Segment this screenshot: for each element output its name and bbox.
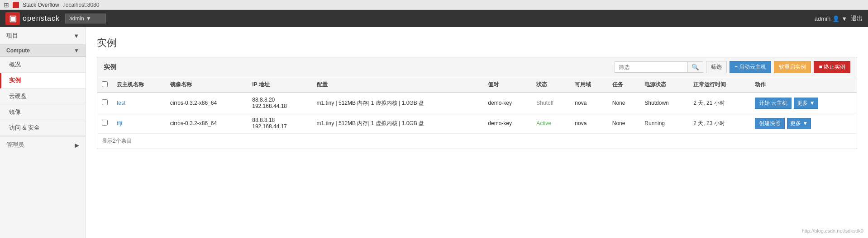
user-dropdown-arrow: ▼: [841, 15, 847, 22]
project-arrow: ▼: [73, 33, 79, 39]
col-flavor: 配置: [312, 77, 484, 93]
panel-title: 实例: [104, 63, 116, 71]
reboot-button[interactable]: 软重启实例: [774, 61, 811, 73]
sidebar-admin-header[interactable]: 管理员 ▶: [0, 136, 86, 154]
logo-text: openstack: [23, 14, 60, 23]
sidebar-item-volumes[interactable]: 云硬盘: [0, 89, 86, 104]
row-actions: 开始 云主机 更多 ▼: [750, 93, 857, 113]
url-display: .localhost:8080: [63, 2, 100, 8]
page-title: 实例: [97, 36, 857, 50]
row-keypair: demo-key: [483, 113, 532, 134]
select-all-header: [97, 77, 112, 93]
row-checkbox[interactable]: [102, 120, 108, 126]
search-box: 🔍: [615, 61, 703, 73]
instance-name-link[interactable]: test: [117, 100, 125, 106]
row-power: Running: [640, 113, 689, 134]
sidebar-compute-group[interactable]: Compute ▼: [0, 45, 86, 57]
col-keypair: 值对: [483, 77, 532, 93]
col-action: 动作: [750, 77, 857, 93]
favicon: [13, 2, 19, 8]
panel-actions: 🔍 筛选 + 启动云主机 软重启实例 ■ 终止实例: [615, 61, 850, 73]
row-status: Shutoff: [532, 93, 570, 113]
tab-title: Stack Overflow: [23, 2, 59, 8]
logo-box: ▣: [5, 12, 20, 25]
logout-button[interactable]: 退出: [851, 14, 863, 23]
row-action-more[interactable]: 更多 ▼: [787, 118, 811, 129]
row-image: cirros-0.3.2-x86_64: [166, 113, 248, 134]
admin-arrow: ▶: [75, 142, 79, 149]
apps-icon: ⊞: [4, 1, 9, 9]
layout: 项目 ▼ Compute ▼ 概况 实例 云硬盘 镜像 访问 & 安全 管理员 …: [0, 27, 868, 238]
compute-arrow: ▼: [74, 47, 79, 54]
compute-label: Compute: [6, 47, 30, 54]
row-image: cirros-0.3.2-x86_64: [166, 93, 248, 113]
col-name: 云主机名称: [112, 77, 166, 93]
sidebar-item-images[interactable]: 镜像: [0, 104, 86, 120]
col-task: 任务: [608, 77, 640, 93]
admin-user: admin 👤 ▼: [815, 15, 847, 22]
user-icon: 👤: [832, 15, 839, 22]
panel-header: 实例 🔍 筛选 + 启动云主机 软重启实例 ■ 终止实例: [97, 57, 857, 77]
watermark: http://blog.csdn.net/sdksdk0: [802, 228, 863, 233]
row-ip: 88.8.8.20192.168.44.18: [248, 93, 312, 113]
row-ip: 88.8.8.18192.168.44.17: [248, 113, 312, 134]
search-button[interactable]: 🔍: [687, 62, 703, 72]
sidebar-item-access-security[interactable]: 访问 & 安全: [0, 120, 86, 136]
row-name: test: [112, 93, 166, 113]
table-row: tfjt cirros-0.3.2-x86_64 88.8.8.18192.16…: [97, 113, 857, 134]
row-task: None: [608, 113, 640, 134]
sidebar-project-label: 项目: [6, 32, 18, 40]
col-image: 镜像名称: [166, 77, 248, 93]
row-flavor: m1.tiny | 512MB 内存| 1 虚拟内核 | 1.0GB 盘: [312, 93, 484, 113]
row-task: None: [608, 93, 640, 113]
top-nav: ▣ openstack admin ▼ admin 👤 ▼ 退出: [0, 10, 868, 27]
sidebar-project-header[interactable]: 项目 ▼: [0, 27, 86, 45]
row-uptime: 2 天, 23 小时: [689, 113, 750, 134]
row-action-primary[interactable]: 开始 云主机: [755, 98, 792, 109]
row-uptime: 2 天, 21 小时: [689, 93, 750, 113]
col-power: 电源状态: [640, 77, 689, 93]
instances-panel: 实例 🔍 筛选 + 启动云主机 软重启实例 ■ 终止实例: [97, 57, 857, 149]
row-actions: 创建快照 更多 ▼: [750, 113, 857, 134]
row-name: tfjt: [112, 113, 166, 134]
main-content: 实例 实例 🔍 筛选 + 启动云主机 软重启实例 ■ 终止实例: [86, 27, 868, 238]
filter-button[interactable]: 筛选: [706, 61, 727, 73]
row-power: Shutdown: [640, 93, 689, 113]
dropdown-arrow: ▼: [86, 15, 91, 22]
instances-table: 云主机名称 镜像名称 IP 地址 配置 值对 状态 可用域 任务 电源状态 正常…: [97, 77, 857, 134]
admin-label: 管理员: [6, 141, 24, 149]
table-footer: 显示2个条目: [97, 134, 857, 149]
row-checkbox-cell: [97, 93, 112, 113]
row-checkbox[interactable]: [102, 99, 108, 105]
instance-name-link[interactable]: tfjt: [117, 120, 123, 126]
logo-icon: ▣: [9, 14, 17, 23]
logo-area: ▣ openstack: [5, 12, 60, 25]
browser-bar: ⊞ Stack Overflow .localhost:8080: [0, 0, 868, 10]
col-uptime: 正常运行时间: [689, 77, 750, 93]
row-flavor: m1.tiny | 512MB 内存| 1 虚拟内核 | 1.0GB 盘: [312, 113, 484, 134]
row-keypair: demo-key: [483, 93, 532, 113]
row-action-primary[interactable]: 创建快照: [755, 118, 785, 129]
sidebar-item-instances[interactable]: 实例: [0, 73, 86, 89]
launch-button[interactable]: + 启动云主机: [730, 61, 771, 73]
admin-dropdown[interactable]: admin ▼: [65, 14, 106, 23]
col-zone: 可用域: [570, 77, 607, 93]
top-nav-right: admin 👤 ▼ 退出: [815, 14, 863, 23]
row-zone: nova: [570, 113, 607, 134]
row-zone: nova: [570, 93, 607, 113]
search-input[interactable]: [615, 62, 687, 72]
table-row: test cirros-0.3.2-x86_64 88.8.8.20192.16…: [97, 93, 857, 113]
sidebar: 项目 ▼ Compute ▼ 概况 实例 云硬盘 镜像 访问 & 安全 管理员 …: [0, 27, 86, 238]
row-status: Active: [532, 113, 570, 134]
sidebar-item-overview[interactable]: 概况: [0, 57, 86, 73]
row-checkbox-cell: [97, 113, 112, 134]
select-all-checkbox[interactable]: [102, 81, 108, 87]
row-action-more[interactable]: 更多 ▼: [794, 98, 818, 109]
col-ip: IP 地址: [248, 77, 312, 93]
terminate-button[interactable]: ■ 终止实例: [814, 61, 850, 73]
col-status: 状态: [532, 77, 570, 93]
